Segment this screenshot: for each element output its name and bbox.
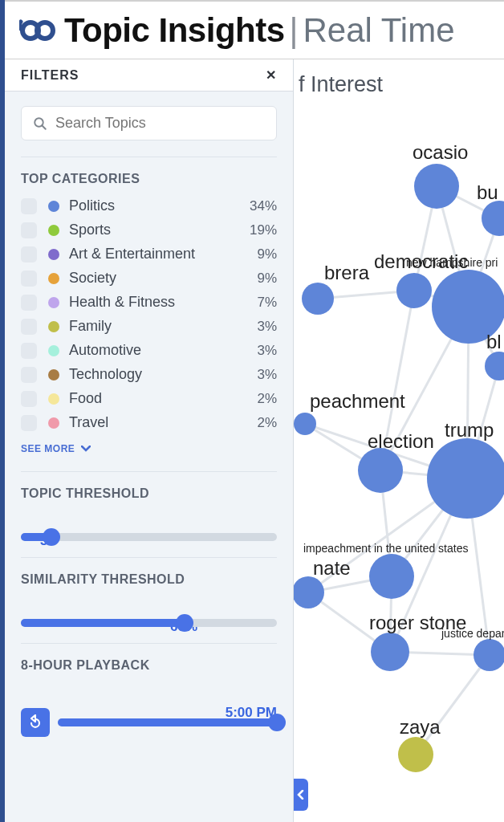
category-name: Health & Fitness — [69, 294, 175, 311]
top-categories-label: TOP CATEGORIES — [21, 172, 277, 186]
similarity-threshold-slider[interactable] — [21, 619, 277, 627]
svg-line-3 — [42, 125, 46, 129]
category-row: Technology3% — [21, 366, 277, 383]
graph-node[interactable] — [369, 554, 414, 599]
category-percent: 3% — [257, 319, 277, 335]
category-checkbox[interactable] — [21, 343, 37, 359]
category-color-dot — [48, 345, 59, 356]
topic-threshold-label: TOPIC THRESHOLD — [21, 486, 277, 501]
category-checkbox[interactable] — [21, 198, 37, 214]
chevron-down-icon — [81, 446, 91, 452]
graph-node-label: impeachment in the united states — [303, 542, 468, 555]
collapse-sidebar-button[interactable] — [294, 779, 308, 811]
graph-node-label: brera — [324, 262, 370, 283]
category-checkbox[interactable] — [21, 367, 37, 383]
graph-node[interactable] — [414, 164, 459, 209]
category-row: Sports19% — [21, 222, 277, 238]
category-name: Art & Entertainment — [69, 246, 195, 262]
category-row: Politics34% — [21, 197, 277, 214]
graph-node-label: new hampshire pri — [406, 256, 498, 269]
category-name: Food — [69, 390, 102, 407]
graph-node[interactable] — [398, 737, 433, 772]
category-name: Sports — [69, 222, 111, 238]
graph-heading-fragment: f Interest — [299, 72, 383, 97]
graph-node[interactable] — [358, 448, 403, 493]
category-percent: 19% — [250, 222, 277, 238]
graph-node[interactable] — [396, 273, 432, 308]
graph-node-label: election — [368, 430, 434, 452]
category-name: Society — [69, 270, 116, 287]
graph-node[interactable] — [482, 201, 504, 236]
category-row: Art & Entertainment9% — [21, 246, 277, 262]
category-row: Automotive3% — [21, 342, 277, 359]
category-name: Politics — [69, 197, 115, 214]
category-row: Travel2% — [21, 414, 277, 431]
chevron-left-icon — [297, 790, 305, 800]
category-percent: 9% — [257, 246, 277, 262]
app-header: Topic Insights | Real Time — [5, 0, 504, 59]
category-name: Automotive — [69, 342, 141, 359]
category-percent: 3% — [257, 367, 277, 383]
svg-point-1 — [37, 22, 53, 39]
search-icon — [33, 116, 47, 131]
category-color-dot — [48, 393, 59, 405]
category-percent: 2% — [257, 415, 277, 431]
graph-node-label: trump — [445, 419, 494, 441]
replay-icon — [27, 714, 43, 730]
graph-node[interactable] — [371, 633, 409, 671]
category-color-dot — [48, 321, 59, 332]
category-percent: 7% — [257, 295, 277, 311]
category-checkbox[interactable] — [21, 391, 37, 407]
category-name: Technology — [69, 366, 142, 383]
category-percent: 2% — [257, 391, 277, 407]
category-checkbox[interactable] — [21, 415, 37, 431]
title-separator: | — [290, 11, 299, 50]
page-subtitle: Real Time — [303, 11, 454, 50]
playback-label: 8-HOUR PLAYBACK — [21, 658, 277, 673]
playback-slider[interactable] — [58, 718, 277, 726]
graph-node[interactable] — [427, 438, 504, 519]
category-row: Food2% — [21, 390, 277, 407]
close-icon[interactable]: ✕ — [266, 67, 277, 83]
graph-node-label: peachment — [310, 390, 405, 412]
graph-node[interactable] — [294, 576, 324, 608]
category-row: Family3% — [21, 318, 277, 335]
category-color-dot — [48, 201, 59, 212]
category-percent: 3% — [257, 343, 277, 359]
graph-node-label: justice depart — [441, 627, 504, 640]
graph-node-label: bl — [486, 331, 502, 352]
graph-node-label: bu — [477, 181, 498, 203]
graph-node-label: nate — [313, 557, 351, 579]
graph-node-label: zaya — [400, 716, 441, 738]
category-checkbox[interactable] — [21, 319, 37, 335]
graph-node[interactable] — [474, 639, 504, 671]
replay-button[interactable] — [21, 708, 50, 737]
category-color-dot — [48, 225, 59, 236]
category-color-dot — [48, 273, 59, 284]
similarity-threshold-label: SIMILARITY THRESHOLD — [21, 572, 277, 587]
filters-label: FILTERS — [21, 68, 79, 83]
category-checkbox[interactable] — [21, 295, 37, 311]
graph-node[interactable] — [294, 413, 316, 435]
category-row: Health & Fitness7% — [21, 294, 277, 311]
graph-edge — [416, 655, 490, 755]
graph-node[interactable] — [485, 352, 504, 380]
topic-graph[interactable]: f Interest ocasiobudemocraticbreranew ha… — [294, 59, 504, 822]
search-input[interactable] — [55, 115, 265, 132]
category-checkbox[interactable] — [21, 271, 37, 287]
app-logo — [19, 18, 56, 43]
see-more-button[interactable]: SEE MORE — [21, 443, 91, 454]
page-title: Topic Insights — [64, 11, 285, 50]
category-color-dot — [48, 369, 59, 380]
graph-node-label: ocasio — [413, 141, 468, 163]
filters-header: FILTERS ✕ — [5, 59, 293, 92]
category-percent: 9% — [257, 271, 277, 287]
graph-node[interactable] — [302, 283, 334, 315]
category-checkbox[interactable] — [21, 246, 37, 262]
category-checkbox[interactable] — [21, 222, 37, 238]
category-name: Family — [69, 318, 112, 335]
search-topic-container[interactable] — [21, 106, 277, 140]
topic-threshold-slider[interactable] — [21, 533, 277, 541]
category-color-dot — [48, 417, 59, 429]
filters-sidebar: FILTERS ✕ TOP CATEGORIES Politics34%Spor… — [5, 59, 294, 822]
